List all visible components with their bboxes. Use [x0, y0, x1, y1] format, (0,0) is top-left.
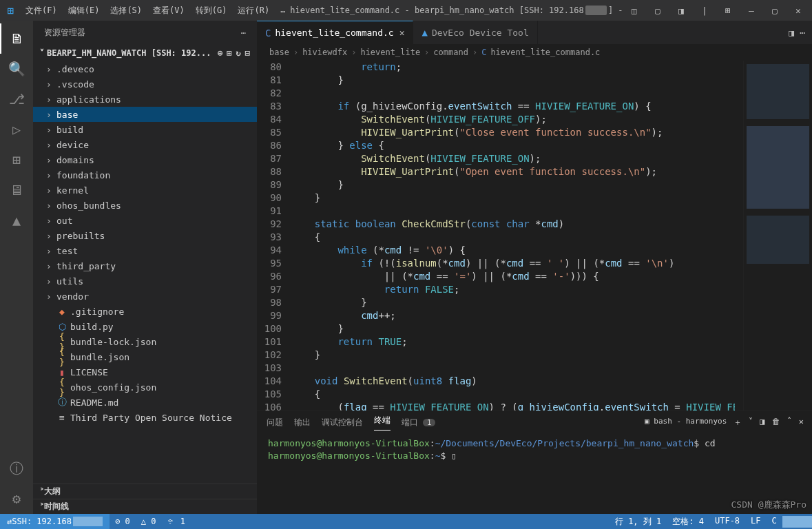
tree-item[interactable]: ›ohos_bundles	[33, 198, 257, 213]
editor-group: Chievent_lite_command.c✕▲DevEco Device T…	[257, 21, 812, 514]
new-file-icon: ⊕	[218, 48, 222, 58]
tree-item[interactable]: ›out	[33, 213, 257, 228]
breadcrumbs[interactable]: base›hiviewdfx›hievent_lite›command›C hi…	[257, 44, 812, 61]
remote-indicator: ⇄ SSH: 192.168x	[0, 514, 110, 529]
status-eol: LF	[745, 516, 766, 528]
account-icon: ⓘ	[0, 453, 33, 484]
close-icon: ✕	[799, 417, 804, 428]
menu-item[interactable]: 运行(R)	[233, 5, 274, 17]
editor-tabs[interactable]: Chievent_lite_command.c✕▲DevEco Device T…	[257, 21, 812, 44]
explorer-icon: 🗎	[0, 23, 33, 54]
menu-item[interactable]: 转到(G)	[191, 5, 232, 17]
line-gutter: 80 81 82 83 84 85 86 87 88 89 90 91 92 9…	[257, 61, 291, 411]
tree-item[interactable]: ◆.gitignore	[33, 304, 257, 319]
folder-header[interactable]: ˅ BEARPI_HM_NANO_WATCH [SSH: 192... ⊕⊞↻⊟	[33, 45, 257, 61]
trash-icon: 🗑	[772, 417, 780, 428]
new-folder-icon: ⊞	[227, 48, 231, 58]
breadcrumb-item[interactable]: hievent_lite_command.c	[490, 48, 600, 57]
maximize-icon: ▢	[765, 6, 784, 16]
status-errors: ⊘ 0	[110, 517, 136, 526]
vscode-icon: ⊞	[0, 4, 21, 17]
status-warnings: △ 0	[136, 517, 162, 526]
status-lang: C	[767, 516, 782, 528]
remote-icon: 🖥	[0, 175, 33, 205]
editor-tab[interactable]: Chievent_lite_command.c✕	[257, 21, 413, 44]
editor-body[interactable]: 80 81 82 83 84 85 86 87 88 89 90 91 92 9…	[257, 61, 812, 411]
tree-item[interactable]: ›device	[33, 137, 257, 152]
split-icon: ◨	[789, 28, 794, 38]
split-icon: ◨	[760, 417, 764, 428]
tree-item[interactable]: ›utils	[33, 273, 257, 289]
debug-icon: ▷	[0, 114, 33, 145]
terminal[interactable]: harmonyos@harmonyos-VirtualBox:~/Documen…	[257, 433, 812, 514]
status-bar[interactable]: ⇄ SSH: 192.168x ⊘ 0 △ 0 ᯤ 1 行 1, 列 1 空格:…	[0, 514, 812, 529]
timeline-section[interactable]: ˃ 时间线	[33, 499, 257, 514]
breadcrumb-item[interactable]: base	[269, 48, 289, 57]
layout-icon: ⊞	[718, 6, 738, 16]
refresh-icon: ↻	[236, 48, 241, 58]
tree-item[interactable]: ›.deveco	[33, 61, 257, 76]
menu-item[interactable]: …	[275, 5, 290, 17]
minimap[interactable]	[743, 61, 812, 411]
chevron-up-icon: ˆ	[787, 417, 792, 428]
new-terminal-icon: ＋	[733, 417, 742, 428]
tab-port: 端口 1	[402, 417, 435, 428]
tree-item[interactable]: ›domains	[33, 152, 257, 167]
status-radio: ᯤ 1	[162, 517, 191, 526]
tree-item[interactable]: { }bundle.json	[33, 349, 257, 364]
tree-item[interactable]: ›base	[33, 107, 257, 122]
panel: 问题 输出 调试控制台 终端 端口 1 ▣ bash - harmonyos ＋…	[257, 411, 812, 514]
file-tree[interactable]: ›.deveco›.vscode›applications›base›build…	[33, 61, 257, 484]
tree-item[interactable]: ›kernel	[33, 183, 257, 198]
code-area[interactable]: return; } if (g_hiviewConfig.eventSwitch…	[291, 61, 735, 411]
search-icon: 🔍	[0, 54, 33, 84]
breadcrumb-item[interactable]: hievent_lite	[360, 48, 420, 57]
tree-item[interactable]: ≡Third Party Open Source Notice	[33, 410, 257, 425]
tree-item[interactable]: ›third_party	[33, 258, 257, 273]
layout-icon: ◨	[672, 6, 691, 16]
tab-output: 输出	[294, 417, 311, 428]
tree-item[interactable]: ⓘREADME.md	[33, 395, 257, 410]
minimize-icon: —	[742, 6, 761, 16]
tree-item[interactable]: ›.vscode	[33, 76, 257, 92]
tree-item[interactable]: ›prebuilts	[33, 228, 257, 243]
activity-bar[interactable]: 🗎 🔍 ⎇ ▷ ⊞ 🖥 ▲ ⓘ ⚙	[0, 21, 33, 514]
layout-icon: ◫	[625, 6, 644, 16]
layout-controls[interactable]: ◫▢◨|⊞ —▢✕	[625, 6, 812, 16]
status-encoding: UTF-8	[709, 516, 745, 528]
status-extra: x	[782, 516, 812, 528]
breadcrumb-item[interactable]: command	[433, 48, 468, 57]
extensions-icon: ⊞	[0, 145, 33, 175]
menu-bar[interactable]: 文件(F)编辑(E)选择(S)查看(V)转到(G)运行(R)…	[21, 5, 290, 17]
settings-icon: ⚙	[0, 484, 33, 514]
tab-problems: 问题	[267, 417, 283, 428]
tree-item[interactable]: ›applications	[33, 92, 257, 107]
layout-icon: ▢	[648, 6, 667, 16]
collapse-icon: ⊟	[245, 48, 250, 58]
menu-item[interactable]: 查看(V)	[148, 5, 189, 17]
breadcrumb-item[interactable]: hiviewdfx	[302, 48, 347, 57]
scrollbar[interactable]	[735, 61, 743, 411]
sidebar-title: 资源管理器⋯	[33, 21, 257, 45]
close-icon: ✕	[789, 6, 808, 16]
status-cursor: 行 1, 列 1	[610, 516, 667, 528]
more-icon: ⋯	[800, 28, 805, 38]
tab-debug: 调试控制台	[322, 417, 363, 428]
panel-tabs[interactable]: 问题 输出 调试控制台 终端 端口 1 ▣ bash - harmonyos ＋…	[257, 411, 812, 433]
tree-item[interactable]: ›foundation	[33, 167, 257, 183]
tree-item[interactable]: ›build	[33, 122, 257, 137]
title-bar: ⊞ 文件(F)编辑(E)选择(S)查看(V)转到(G)运行(R)… hieven…	[0, 0, 812, 21]
tree-item[interactable]: { }ohos_config.json	[33, 380, 257, 395]
tree-item[interactable]: ›vendor	[33, 289, 257, 304]
more-icon[interactable]: ⋯	[241, 28, 246, 38]
menu-item[interactable]: 文件(F)	[21, 5, 62, 17]
menu-item[interactable]: 编辑(E)	[63, 5, 105, 17]
scm-icon: ⎇	[0, 84, 33, 114]
watermark: CSDN @鹿森森Pro	[731, 499, 806, 511]
sidebar: 资源管理器⋯ ˅ BEARPI_HM_NANO_WATCH [SSH: 192.…	[33, 21, 257, 514]
tree-item[interactable]: ›test	[33, 243, 257, 258]
status-spaces: 空格: 4	[667, 516, 709, 528]
editor-tab[interactable]: ▲DevEco Device Tool	[413, 21, 537, 44]
menu-item[interactable]: 选择(S)	[105, 5, 147, 17]
outline-section[interactable]: ˃ 大纲	[33, 484, 257, 499]
